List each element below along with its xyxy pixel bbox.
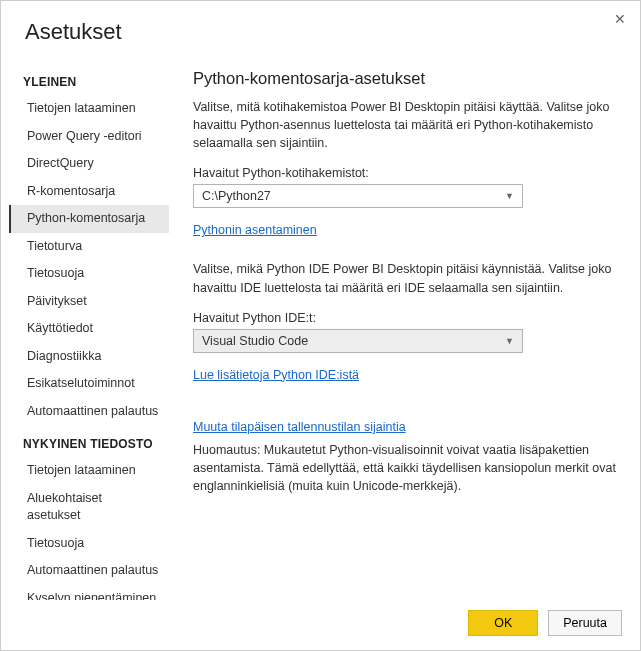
sidebar-item[interactable]: Tietosuoja bbox=[9, 260, 169, 288]
ide-label: Havaitut Python IDE:t: bbox=[193, 311, 616, 325]
settings-dialog: ✕ Asetukset YLEINEN Tietojen lataaminenP… bbox=[0, 0, 641, 651]
ide-description: Valitse, mikä Python IDE Power BI Deskto… bbox=[193, 260, 616, 296]
ide-value: Visual Studio Code bbox=[202, 334, 308, 348]
note-text: Huomautus: Mukautetut Python-visualisoin… bbox=[193, 441, 616, 495]
ide-select[interactable]: Visual Studio Code ▼ bbox=[193, 329, 523, 353]
home-dir-value: C:\Python27 bbox=[202, 189, 271, 203]
sidebar-item[interactable]: Esikatselutoiminnot bbox=[9, 370, 169, 398]
sidebar: YLEINEN Tietojen lataaminenPower Query -… bbox=[1, 55, 169, 600]
content-area: YLEINEN Tietojen lataaminenPower Query -… bbox=[1, 55, 640, 600]
sidebar-item[interactable]: R-komentosarja bbox=[9, 178, 169, 206]
sidebar-item[interactable]: Tietojen lataaminen bbox=[9, 457, 169, 485]
home-dir-select[interactable]: C:\Python27 ▼ bbox=[193, 184, 523, 208]
close-button[interactable]: ✕ bbox=[610, 7, 630, 31]
sidebar-section-current-file: NYKYINEN TIEDOSTO bbox=[9, 425, 169, 457]
sidebar-item[interactable]: Power Query -editori bbox=[9, 123, 169, 151]
sidebar-item[interactable]: Automaattinen palautus bbox=[9, 398, 169, 426]
install-python-link[interactable]: Pythonin asentaminen bbox=[193, 223, 317, 237]
sidebar-item[interactable]: Tietojen lataaminen bbox=[9, 95, 169, 123]
panel-heading: Python-komentosarja-asetukset bbox=[193, 69, 616, 88]
ok-button[interactable]: OK bbox=[468, 610, 538, 636]
cancel-button[interactable]: Peruuta bbox=[548, 610, 622, 636]
footer: OK Peruuta bbox=[1, 600, 640, 650]
sidebar-item[interactable]: Automaattinen palautus bbox=[9, 557, 169, 585]
temp-storage-link[interactable]: Muuta tilapäisen tallennustilan sijainti… bbox=[193, 420, 406, 434]
main-panel: Python-komentosarja-asetukset Valitse, m… bbox=[169, 55, 640, 600]
home-dir-label: Havaitut Python-kotihakemistot: bbox=[193, 166, 616, 180]
ide-info-link[interactable]: Lue lisätietoja Python IDE:istä bbox=[193, 368, 359, 382]
chevron-down-icon: ▼ bbox=[505, 336, 514, 346]
home-description: Valitse, mitä kotihakemistoa Power BI De… bbox=[193, 98, 616, 152]
sidebar-item[interactable]: Tietoturva bbox=[9, 233, 169, 261]
sidebar-item[interactable]: Käyttötiedot bbox=[9, 315, 169, 343]
sidebar-item[interactable]: Tietosuoja bbox=[9, 530, 169, 558]
sidebar-section-general: YLEINEN bbox=[9, 63, 169, 95]
sidebar-item[interactable]: Diagnostiikka bbox=[9, 343, 169, 371]
sidebar-item[interactable]: DirectQuery bbox=[9, 150, 169, 178]
chevron-down-icon: ▼ bbox=[505, 191, 514, 201]
sidebar-item[interactable]: Aluekohtaiset asetukset bbox=[9, 485, 169, 530]
sidebar-item[interactable]: Kyselyn pienentäminen bbox=[9, 585, 169, 601]
sidebar-item[interactable]: Python-komentosarja bbox=[9, 205, 169, 233]
sidebar-item[interactable]: Päivitykset bbox=[9, 288, 169, 316]
dialog-title: Asetukset bbox=[1, 1, 640, 55]
